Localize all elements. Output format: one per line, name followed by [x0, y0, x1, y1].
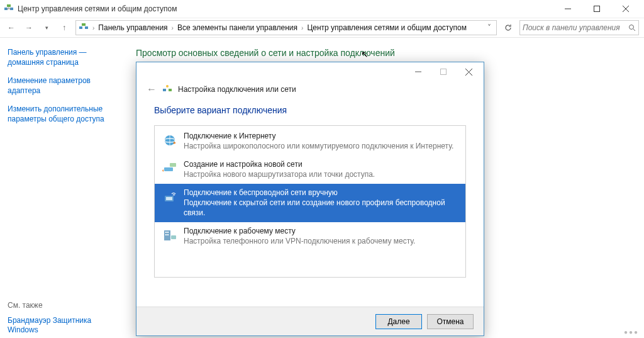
next-button[interactable]: Далее [375, 314, 422, 329]
dialog-header: ← Настройка подключения или сети [136, 81, 484, 101]
dialog-titlebar [136, 62, 484, 81]
svg-rect-2 [7, 4, 11, 7]
setup-connection-dialog: ← Настройка подключения или сети Выберит… [136, 62, 484, 336]
svg-rect-21 [164, 167, 173, 171]
svg-rect-22 [170, 163, 176, 167]
option-new-network[interactable]: Создание и настройка новой сети Настройк… [155, 155, 465, 184]
option-desc: Настройка телефонного или VPN-подключени… [184, 237, 458, 247]
option-title: Подключение к беспроводной сети вручную [184, 188, 458, 198]
breadcrumb-item[interactable]: Центр управления сетями и общим доступом [304, 23, 469, 32]
option-manual-wireless[interactable]: Подключение к беспроводной сети вручную … [155, 184, 465, 222]
breadcrumb-item[interactable]: Панель управления [96, 23, 170, 32]
network-wizard-icon [162, 84, 173, 95]
dialog-body: Выберите вариант подключения Подключение… [136, 101, 484, 278]
option-workplace[interactable]: Подключение к рабочему месту Настройка т… [155, 222, 465, 251]
svg-rect-9 [82, 23, 86, 26]
svg-point-18 [166, 85, 169, 87]
option-title: Подключение к рабочему месту [184, 227, 458, 237]
dialog-maximize-button[interactable] [431, 64, 456, 80]
svg-rect-16 [163, 89, 166, 91]
refresh-button[interactable] [502, 21, 514, 34]
breadcrumb-dropdown[interactable]: ˅ [485, 23, 494, 32]
sidebar: Панель управления — домашняя страница Из… [0, 38, 126, 338]
svg-rect-28 [165, 234, 167, 235]
globe-icon [162, 133, 177, 148]
svg-rect-24 [166, 197, 172, 200]
navigation-bar: ← → ▾ ↑ › Панель управления › Все элемен… [0, 18, 644, 38]
sidebar-link-firewall[interactable]: Брандмауэр Защитника Windows [8, 316, 118, 335]
svg-line-11 [633, 29, 635, 31]
resize-grip-icon: ●●● [624, 329, 639, 335]
svg-rect-4 [594, 6, 600, 12]
search-input[interactable] [523, 23, 628, 32]
minimize-button[interactable] [553, 0, 582, 18]
svg-rect-7 [79, 26, 82, 29]
forward-button[interactable]: → [23, 21, 35, 34]
chevron-right-icon[interactable]: › [301, 25, 303, 31]
recent-dropdown[interactable]: ▾ [40, 21, 53, 34]
back-button[interactable]: ← [5, 21, 18, 34]
cancel-button[interactable]: Отмена [427, 314, 474, 329]
close-button[interactable] [611, 0, 640, 18]
dialog-minimize-button[interactable] [406, 64, 431, 80]
see-also-label: См. также [8, 301, 118, 310]
network-center-icon [79, 23, 89, 33]
network-center-icon [4, 4, 14, 14]
svg-rect-26 [165, 232, 167, 233]
router-icon [162, 161, 177, 176]
wireless-icon [162, 189, 177, 205]
option-desc: Настройка нового маршрутизатора или точк… [184, 170, 458, 180]
connection-options-list: Подключение к Интернету Настройка широко… [154, 125, 466, 278]
breadcrumb[interactable]: › Панель управления › Все элементы панел… [75, 20, 497, 35]
svg-rect-17 [169, 89, 172, 91]
dialog-close-button[interactable] [456, 64, 481, 80]
chevron-right-icon[interactable]: › [172, 25, 174, 31]
svg-rect-13 [441, 69, 447, 75]
option-internet[interactable]: Подключение к Интернету Настройка широко… [155, 127, 465, 155]
maximize-button[interactable] [582, 0, 611, 18]
option-desc: Подключение к скрытой сети или создание … [184, 198, 458, 218]
sidebar-link-adapter[interactable]: Изменение параметров адаптера [8, 76, 118, 96]
dialog-back-button[interactable]: ← [147, 84, 157, 95]
sidebar-link-home[interactable]: Панель управления — домашняя страница [8, 48, 118, 67]
svg-rect-27 [167, 232, 169, 233]
dialog-footer: Далее Отмена [136, 307, 484, 335]
page-heading: Просмотр основных сведений о сети и наст… [136, 48, 634, 58]
workplace-icon [162, 228, 177, 243]
sidebar-link-sharing[interactable]: Изменить дополнительные параметры общего… [8, 104, 118, 124]
window-controls [553, 0, 640, 18]
option-title: Создание и настройка новой сети [184, 160, 458, 170]
chevron-right-icon[interactable]: › [92, 25, 94, 31]
window-title: Центр управления сетями и общим доступом [18, 4, 553, 13]
window-titlebar: Центр управления сетями и общим доступом [0, 0, 644, 18]
svg-rect-30 [171, 235, 176, 239]
svg-rect-8 [85, 26, 88, 29]
search-box[interactable] [519, 20, 639, 35]
option-title: Подключение к Интернету [184, 132, 458, 142]
dialog-heading: Выберите вариант подключения [154, 105, 466, 115]
svg-rect-29 [167, 234, 169, 235]
option-desc: Настройка широкополосного или коммутируе… [184, 142, 458, 152]
dialog-title: Настройка подключения или сети [178, 85, 296, 94]
up-button[interactable]: ↑ [58, 21, 70, 34]
breadcrumb-item[interactable]: Все элементы панели управления [175, 23, 300, 32]
svg-point-10 [630, 25, 634, 30]
search-icon[interactable] [628, 24, 636, 31]
